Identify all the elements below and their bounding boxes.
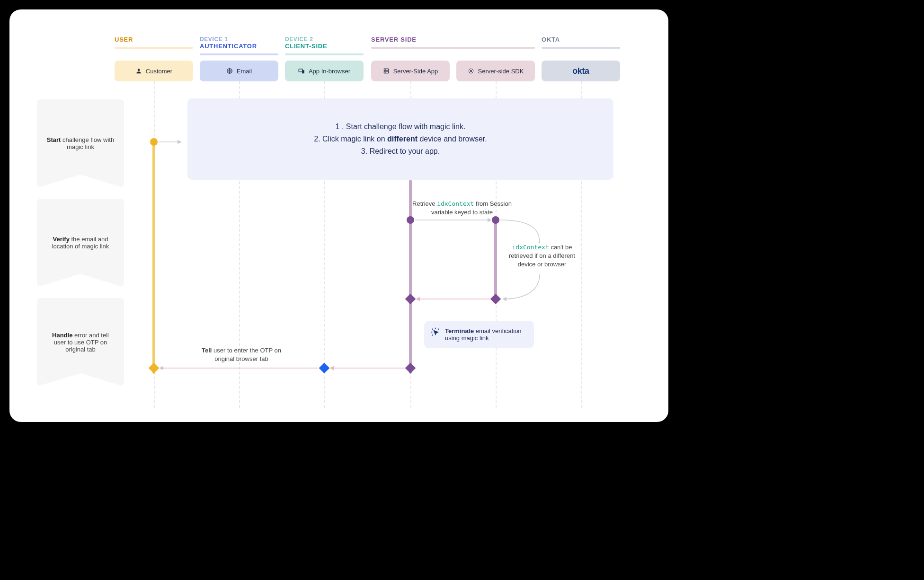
diagram-canvas: USER DEVICE 1 AUTHENTICATOR DEVICE 2 CLI… bbox=[9, 9, 668, 422]
arrows bbox=[9, 9, 668, 422]
